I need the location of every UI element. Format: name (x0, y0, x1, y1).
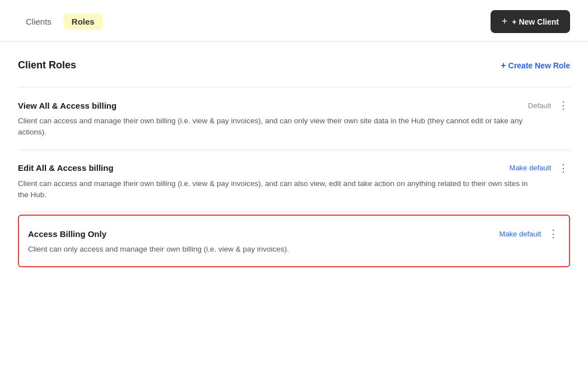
section-title: Client Roles (18, 59, 76, 71)
tab-roles[interactable]: Roles (64, 13, 102, 30)
role-item-billing-only: Access Billing Only Make default ⋮ Clien… (18, 215, 570, 267)
make-default-link[interactable]: Make default (510, 164, 551, 172)
tab-clients[interactable]: Clients (18, 13, 59, 30)
role-item-view-all: View All & Access billing Default ⋮ Clie… (18, 87, 570, 150)
role-header: Access Billing Only Make default ⋮ (28, 227, 560, 240)
role-actions: Make default ⋮ (500, 227, 560, 240)
main-content: Client Roles + Create New Role View All … (0, 41, 588, 267)
role-header: Edit All & Access billing Make default ⋮ (18, 161, 570, 175)
create-role-plus-icon: + (501, 61, 506, 71)
role-header: View All & Access billing Default ⋮ (18, 99, 570, 112)
more-options-icon[interactable]: ⋮ (557, 99, 570, 112)
section-header: Client Roles + Create New Role (18, 59, 570, 71)
default-badge: Default (528, 101, 551, 110)
role-description: Client can access and manage their own b… (18, 178, 533, 201)
more-options-icon[interactable]: ⋮ (557, 161, 570, 175)
roles-list: View All & Access billing Default ⋮ Clie… (18, 87, 570, 267)
role-item-edit-all: Edit All & Access billing Make default ⋮… (18, 150, 570, 213)
role-description: Client can only access and manage their … (28, 244, 543, 255)
role-actions: Default ⋮ (528, 99, 570, 112)
top-bar: Clients Roles + + New Client (0, 0, 588, 41)
role-name: Edit All & Access billing (18, 163, 114, 173)
make-default-link[interactable]: Make default (500, 230, 541, 238)
plus-icon: + (502, 16, 508, 27)
create-new-role-button[interactable]: + Create New Role (501, 61, 570, 71)
role-actions: Make default ⋮ (510, 161, 570, 175)
role-description: Client can access and manage their own b… (18, 115, 533, 138)
more-options-icon[interactable]: ⋮ (547, 227, 560, 240)
tabs: Clients Roles (18, 13, 102, 30)
new-client-button[interactable]: + + New Client (491, 10, 570, 33)
role-name: View All & Access billing (18, 101, 116, 110)
role-name: Access Billing Only (28, 229, 106, 239)
